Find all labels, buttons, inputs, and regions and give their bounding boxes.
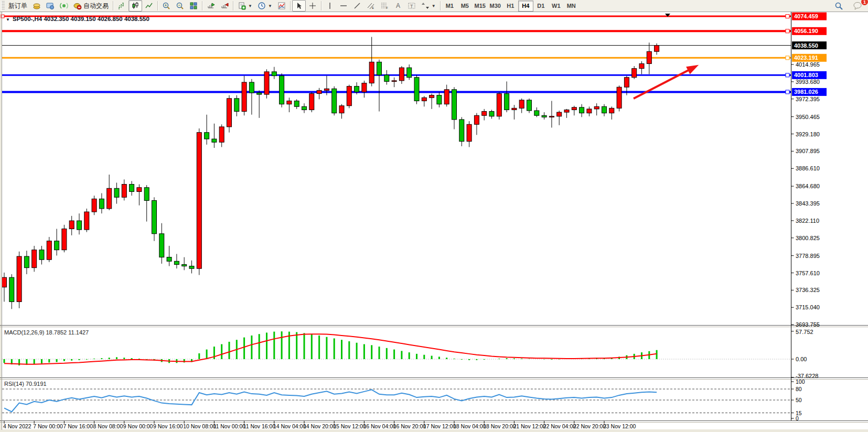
time-axis-label[interactable]: 21 Nov 12:00 bbox=[513, 423, 546, 429]
zoom-out-button[interactable] bbox=[173, 0, 187, 12]
chart-canvas[interactable]: 57.7520.00-37.622810080501504014.9653993… bbox=[0, 0, 868, 432]
svg-text:T: T bbox=[410, 4, 413, 9]
time-axis-label[interactable]: 22 Nov 04:00 bbox=[543, 423, 576, 429]
search-button[interactable] bbox=[832, 0, 846, 12]
new-chart-button[interactable]: ▼ bbox=[235, 0, 255, 12]
coins-icon bbox=[33, 2, 41, 10]
tile-windows-icon bbox=[189, 2, 198, 10]
time-axis-label[interactable]: 16 Nov 04:00 bbox=[363, 423, 396, 429]
period-icon bbox=[258, 2, 266, 10]
time-axis-label[interactable]: 18 Nov 04:00 bbox=[453, 423, 486, 429]
auto-scroll-button[interactable] bbox=[204, 0, 218, 12]
candle bbox=[527, 99, 532, 113]
bar-chart-button[interactable] bbox=[115, 0, 128, 12]
fibonacci-icon: F bbox=[380, 2, 389, 10]
candlestick-chart-icon bbox=[131, 2, 140, 10]
time-axis-label[interactable]: 7 Nov 00:00 bbox=[33, 423, 63, 429]
autotrading-icon bbox=[73, 2, 82, 10]
price-axis-label: 3886.610 bbox=[796, 165, 820, 171]
vertical-line-button[interactable] bbox=[323, 0, 337, 12]
trendline-button[interactable] bbox=[350, 0, 364, 12]
price-level-badge-label: 4056.190 bbox=[794, 28, 818, 34]
timeframe-MN[interactable]: MN bbox=[564, 1, 579, 12]
rsi-axis-label: 0 bbox=[796, 415, 799, 422]
line-chart-button[interactable] bbox=[142, 0, 156, 12]
vertical-line-icon bbox=[326, 2, 334, 10]
time-axis-label[interactable]: 16 Nov 20:00 bbox=[393, 423, 426, 429]
time-axis-label[interactable]: 14 Nov 20:00 bbox=[303, 423, 336, 429]
timeframe-M5[interactable]: M5 bbox=[457, 1, 473, 12]
new-order-label: 新订单 bbox=[8, 2, 27, 10]
search-icon bbox=[834, 2, 843, 10]
timeframe-W1[interactable]: W1 bbox=[549, 1, 564, 12]
line-end-handle[interactable] bbox=[786, 73, 789, 77]
timeframe-group: M1M5M15M30H1H4D1W1MN bbox=[442, 1, 579, 12]
time-axis-label[interactable]: 18 Nov 20:00 bbox=[483, 423, 516, 429]
autotrading-button[interactable]: 自动交易 bbox=[71, 0, 111, 12]
line-end-handle[interactable] bbox=[786, 29, 789, 33]
price-axis-label: 3822.110 bbox=[796, 218, 819, 224]
line-anchor-handle[interactable] bbox=[1, 15, 4, 18]
indicators-button[interactable] bbox=[275, 0, 288, 12]
time-axis-label[interactable]: 7 Nov 16:00 bbox=[63, 423, 93, 429]
timeframe-M30[interactable]: M30 bbox=[488, 1, 503, 12]
fibonacci-button[interactable]: F bbox=[378, 0, 391, 12]
chat-button[interactable]: 1 bbox=[850, 0, 865, 12]
toolbar-grip bbox=[1, 1, 5, 10]
main-toolbar: 新订单 自动交易 ▼ ▼ bbox=[0, 0, 868, 12]
price-axis-label: 3757.610 bbox=[796, 270, 820, 276]
shapes-button[interactable]: ▼ bbox=[419, 0, 438, 12]
price-axis-label: 3693.755 bbox=[796, 321, 820, 328]
time-axis-label[interactable]: 11 Nov 00:00 bbox=[213, 423, 245, 429]
timeframe-M1[interactable]: M1 bbox=[442, 1, 457, 12]
time-axis-label[interactable]: 9 Nov 16:00 bbox=[153, 423, 183, 429]
time-axis-label[interactable]: 22 Nov 20:00 bbox=[573, 423, 606, 429]
time-axis-label[interactable]: 10 Nov 08:00 bbox=[183, 423, 216, 429]
text-button[interactable]: A bbox=[391, 0, 405, 12]
cursor-button[interactable] bbox=[292, 0, 306, 12]
new-order-button[interactable]: 新订单 bbox=[6, 0, 30, 12]
time-axis-label[interactable]: 9 Nov 00:00 bbox=[123, 423, 153, 429]
time-axis-label[interactable]: 17 Nov 12:00 bbox=[423, 423, 456, 429]
chevron-down-icon: ▼ bbox=[248, 4, 252, 8]
price-axis-label: 3843.395 bbox=[796, 200, 820, 207]
candle bbox=[309, 92, 314, 112]
line-end-handle[interactable] bbox=[786, 90, 789, 94]
price-axis-label: 4014.965 bbox=[796, 61, 820, 68]
time-axis-label[interactable]: 15 Nov 12:00 bbox=[333, 423, 366, 429]
candle bbox=[227, 95, 232, 133]
candle bbox=[197, 128, 201, 275]
chart-shift-button[interactable] bbox=[218, 0, 231, 12]
tile-windows-button[interactable] bbox=[187, 0, 200, 12]
signals-icon bbox=[60, 2, 68, 10]
signals-button[interactable] bbox=[57, 0, 71, 12]
price-axis-label: 3907.895 bbox=[796, 148, 820, 154]
timeframe-H4[interactable]: H4 bbox=[518, 1, 533, 12]
time-axis-label[interactable]: 8 Nov 08:00 bbox=[93, 423, 123, 429]
time-axis-label[interactable]: 11 Nov 16:00 bbox=[243, 423, 276, 429]
terminal-button[interactable] bbox=[44, 0, 57, 12]
channel-button[interactable]: E bbox=[364, 0, 378, 12]
horizontal-line-button[interactable] bbox=[337, 0, 350, 12]
coins-button[interactable] bbox=[30, 0, 44, 12]
timeframe-H1[interactable]: H1 bbox=[503, 1, 518, 12]
price-axis-label: 3993.680 bbox=[796, 79, 820, 85]
time-axis-label[interactable]: 4 Nov 2022 bbox=[3, 423, 31, 429]
chart-symbol-info: SP500-,H4 4032.350 4039.150 4026.850 403… bbox=[13, 16, 149, 22]
zoom-in-button[interactable] bbox=[159, 0, 173, 12]
candlestick-chart-button[interactable] bbox=[128, 0, 142, 12]
time-axis-label[interactable]: 23 Nov 12:00 bbox=[603, 423, 636, 429]
line-end-handle[interactable] bbox=[786, 15, 789, 18]
text-label-icon: T bbox=[408, 2, 416, 10]
period-button[interactable]: ▼ bbox=[255, 0, 275, 12]
timeframe-D1[interactable]: D1 bbox=[533, 1, 549, 12]
toolbar-separator bbox=[113, 1, 113, 10]
timeframe-M15[interactable]: M15 bbox=[473, 1, 488, 12]
price-axis-label: 3864.680 bbox=[796, 183, 820, 189]
time-axis-label[interactable]: 14 Nov 04:00 bbox=[273, 423, 306, 429]
line-end-handle[interactable] bbox=[786, 56, 789, 60]
text-label-button[interactable]: T bbox=[405, 0, 419, 12]
macd-axis-label: 57.752 bbox=[796, 329, 813, 335]
chart-shift-icon bbox=[220, 2, 229, 10]
crosshair-button[interactable] bbox=[306, 0, 319, 12]
